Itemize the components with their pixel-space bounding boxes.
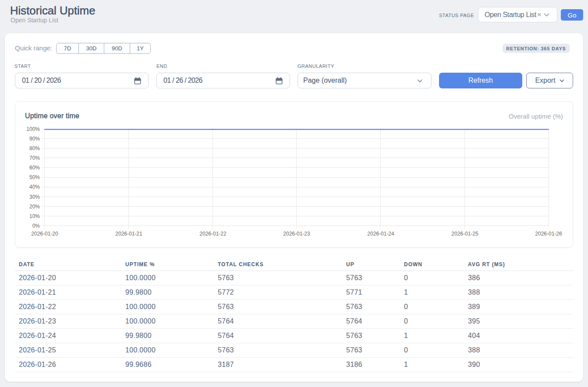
svg-text:20%: 20% [29, 204, 40, 210]
svg-text:10%: 10% [29, 213, 40, 219]
svg-text:40%: 40% [29, 184, 40, 190]
svg-text:2026-01-22: 2026-01-22 [199, 231, 227, 237]
svg-text:2026-01-26: 2026-01-26 [535, 231, 562, 237]
svg-text:50%: 50% [29, 174, 40, 180]
svg-text:2026-01-20: 2026-01-20 [31, 231, 58, 237]
svg-text:0%: 0% [32, 223, 40, 229]
svg-text:100%: 100% [26, 126, 40, 132]
svg-text:80%: 80% [29, 145, 40, 151]
svg-text:2026-01-23: 2026-01-23 [283, 231, 310, 237]
svg-text:70%: 70% [29, 155, 40, 161]
svg-text:2026-01-25: 2026-01-25 [451, 231, 478, 237]
svg-text:90%: 90% [29, 136, 40, 142]
svg-text:2026-01-24: 2026-01-24 [367, 231, 394, 237]
svg-text:60%: 60% [29, 165, 40, 171]
svg-text:2026-01-21: 2026-01-21 [115, 231, 142, 237]
svg-text:30%: 30% [29, 194, 40, 200]
